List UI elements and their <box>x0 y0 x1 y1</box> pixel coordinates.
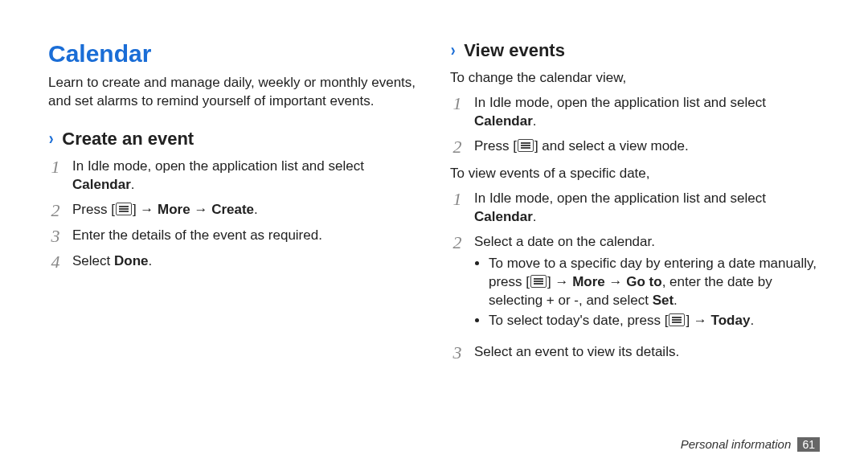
bullet-goto: To move to a specific day by entering a … <box>489 255 820 310</box>
step-text: Select a date on the calendar. To move t… <box>474 233 820 337</box>
section-create-title: Create an event <box>62 129 194 149</box>
create-step-4: 4 Select Done. <box>48 252 418 272</box>
section-view-head: › View events <box>450 40 820 61</box>
menu-icon <box>530 275 547 288</box>
step-text: In Idle mode, open the application list … <box>474 190 820 227</box>
footer-section: Personal information <box>681 437 792 451</box>
create-step-2: 2 Press [] → More → Create. <box>48 201 418 220</box>
step-number: 2 <box>450 137 465 157</box>
step-number: 3 <box>48 227 63 246</box>
step-number: 2 <box>48 201 63 220</box>
step-number: 4 <box>48 252 63 272</box>
menu-icon <box>518 139 534 152</box>
lead-text: Learn to create and manage daily, weekly… <box>48 74 418 111</box>
step-number: 1 <box>450 190 465 209</box>
left-column: Calendar Learn to create and manage dail… <box>48 40 418 447</box>
menu-icon <box>116 203 132 215</box>
step-text: In Idle mode, open the application list … <box>72 158 418 195</box>
footer: Personal information 61 <box>681 437 820 452</box>
menu-icon <box>669 313 685 326</box>
view-intro-1: To change the calendar view, <box>450 69 820 88</box>
changeview-step-2: 2 Press [] and select a view mode. <box>450 137 820 157</box>
step-text: Press [] → More → Create. <box>72 201 418 219</box>
step-text: Enter the details of the event as requir… <box>72 227 418 245</box>
step-text: Select an event to view its details. <box>474 343 820 362</box>
step-number: 3 <box>450 343 465 362</box>
step-text: Press [] and select a view mode. <box>474 137 820 156</box>
changeview-step-1: 1 In Idle mode, open the application lis… <box>450 94 820 131</box>
step-number: 2 <box>450 233 465 252</box>
chevron-icon: › <box>451 40 456 61</box>
footer-page-number: 61 <box>797 437 820 452</box>
create-step-3: 3 Enter the details of the event as requ… <box>48 227 418 246</box>
bullet-today: To select today's date, press [] → Today… <box>489 312 820 330</box>
right-column: › View events To change the calendar vie… <box>450 40 820 447</box>
step-number: 1 <box>450 94 465 113</box>
view-intro-2: To view events of a specific date, <box>450 165 820 183</box>
specificdate-step-1: 1 In Idle mode, open the application lis… <box>450 190 820 227</box>
section-view-title: View events <box>464 40 565 61</box>
specificdate-step-2: 2 Select a date on the calendar. To move… <box>450 233 820 337</box>
chevron-icon: › <box>49 129 54 149</box>
step-text: Select Done. <box>72 252 418 271</box>
step2-bullets: To move to a specific day by entering a … <box>474 255 820 330</box>
section-create-head: › Create an event <box>48 129 418 149</box>
specificdate-step-3: 3 Select an event to view its details. <box>450 343 820 362</box>
create-step-1: 1 In Idle mode, open the application lis… <box>48 158 418 195</box>
step-number: 1 <box>48 158 63 177</box>
page-title: Calendar <box>48 40 418 68</box>
page: Calendar Learn to create and manage dail… <box>0 0 868 471</box>
step-text: In Idle mode, open the application list … <box>474 94 820 131</box>
